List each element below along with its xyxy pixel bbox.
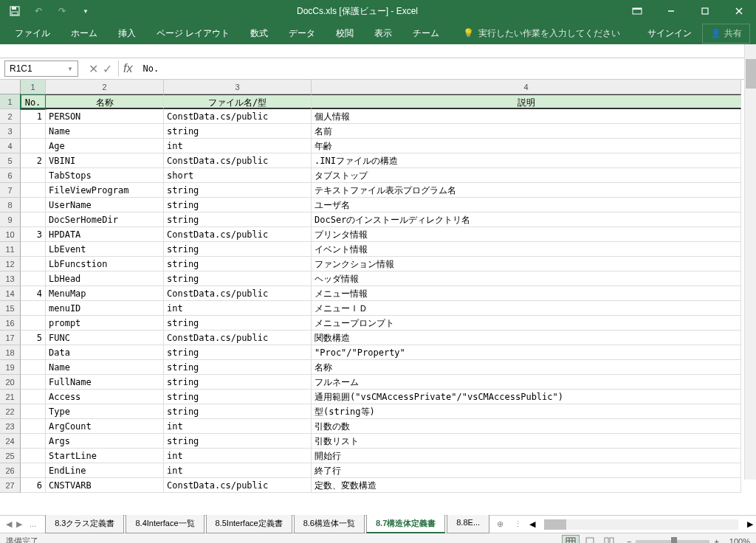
cell[interactable]: メニュープロンプト <box>312 316 741 331</box>
cell[interactable]: DocSerのインストールディレクトリ名 <box>312 212 741 227</box>
cell[interactable]: string <box>164 390 312 404</box>
cell[interactable]: 2 <box>21 153 46 168</box>
sheet-tab[interactable]: 8.3クラス定義書 <box>45 515 124 533</box>
cell[interactable]: ConstData.cs/public <box>164 153 312 168</box>
column-header[interactable]: 4 <box>312 80 741 94</box>
share-button[interactable]: 👤 共有 <box>702 24 750 44</box>
save-icon[interactable] <box>6 2 24 20</box>
cell[interactable]: 年齢 <box>312 139 741 153</box>
cell[interactable]: int <box>164 449 312 463</box>
cell[interactable]: string <box>164 345 312 360</box>
row-header[interactable]: 23 <box>0 419 21 434</box>
row-header[interactable]: 5 <box>0 153 21 168</box>
cell[interactable]: string <box>164 242 312 257</box>
cell[interactable]: 関数構造 <box>312 331 741 345</box>
cell[interactable] <box>21 183 46 198</box>
cell[interactable]: MenuMap <box>46 286 164 301</box>
cell[interactable] <box>21 139 46 153</box>
row-header[interactable]: 2 <box>0 109 21 124</box>
cell[interactable]: Name <box>46 124 164 139</box>
sheet-tab[interactable]: 8.8E... <box>447 515 489 533</box>
row-header[interactable]: 1 <box>0 94 21 109</box>
cell[interactable]: 引数リスト <box>312 434 741 449</box>
sheet-tab[interactable]: 8.5Interface定義書 <box>206 515 292 533</box>
column-header[interactable]: 2 <box>46 80 164 94</box>
cell[interactable]: ファンクション情報 <box>312 257 741 272</box>
cell[interactable]: string <box>164 198 312 212</box>
cell[interactable] <box>21 375 46 390</box>
cell[interactable]: Access <box>46 390 164 404</box>
name-box[interactable]: R1C1 ▼ <box>4 60 78 77</box>
cell[interactable] <box>21 360 46 375</box>
cell[interactable]: string <box>164 212 312 227</box>
row-header[interactable]: 20 <box>0 375 21 390</box>
cell[interactable]: int <box>164 419 312 434</box>
maximize-icon[interactable] <box>688 0 722 22</box>
tab-nav-prev-icon[interactable]: ◀ <box>6 519 12 529</box>
cell[interactable]: UserName <box>46 198 164 212</box>
signin-link[interactable]: サインイン <box>640 23 699 44</box>
cell[interactable]: ConstData.cs/public <box>164 286 312 301</box>
cell[interactable] <box>21 419 46 434</box>
cell[interactable]: string <box>164 404 312 419</box>
cell[interactable]: ConstData.cs/public <box>164 331 312 345</box>
cell[interactable]: Type <box>46 404 164 419</box>
select-all-corner[interactable] <box>0 80 21 94</box>
cell[interactable]: メニュー情報 <box>312 286 741 301</box>
cell[interactable]: 1 <box>21 109 46 124</box>
cell[interactable]: DocSerHomeDir <box>46 212 164 227</box>
cell[interactable] <box>21 168 46 183</box>
enter-formula-icon[interactable]: ✓ <box>103 62 112 76</box>
zoom-out-icon[interactable]: − <box>627 537 631 544</box>
add-sheet-icon[interactable]: ⊕ <box>491 519 509 529</box>
row-header[interactable]: 16 <box>0 316 21 331</box>
cell[interactable]: Data <box>46 345 164 360</box>
cell[interactable]: string <box>164 183 312 198</box>
scroll-left-icon[interactable]: ◀ <box>529 519 535 529</box>
row-header[interactable]: 14 <box>0 286 21 301</box>
cell[interactable]: ArgCount <box>46 419 164 434</box>
normal-view-icon[interactable] <box>562 535 580 544</box>
cell-header-name[interactable]: 名称 <box>46 94 164 109</box>
cell[interactable]: メニューＩＤ <box>312 301 741 316</box>
cell[interactable]: string <box>164 360 312 375</box>
cell[interactable] <box>21 404 46 419</box>
horizontal-scrollbar[interactable]: ◀ ▶ <box>526 519 756 530</box>
sheet-tab[interactable]: 8.4Interface一覧 <box>126 515 204 533</box>
cell[interactable]: string <box>164 316 312 331</box>
row-header[interactable]: 6 <box>0 168 21 183</box>
cell-header-no[interactable]: No. <box>21 94 46 109</box>
cell[interactable]: タブストップ <box>312 168 741 183</box>
cell[interactable] <box>21 449 46 463</box>
sheet-tab[interactable]: 8.7構造体定義書 <box>366 515 445 533</box>
cell[interactable]: 4 <box>21 286 46 301</box>
cell[interactable]: ConstData.cs/public <box>164 227 312 242</box>
cell[interactable]: LbHead <box>46 272 164 286</box>
cell[interactable]: int <box>164 463 312 478</box>
column-header[interactable]: 1 <box>21 80 46 94</box>
row-header[interactable]: 11 <box>0 242 21 257</box>
cell[interactable] <box>21 345 46 360</box>
ribbon-tab-3[interactable]: ページ レイアウト <box>148 23 238 44</box>
row-header[interactable]: 26 <box>0 463 21 478</box>
cell[interactable]: StartLine <box>46 449 164 463</box>
cell[interactable]: ユーザ名 <box>312 198 741 212</box>
row-header[interactable]: 18 <box>0 345 21 360</box>
cell[interactable]: int <box>164 301 312 316</box>
cell[interactable]: ConstData.cs/public <box>164 478 312 493</box>
cell[interactable]: string <box>164 257 312 272</box>
cell[interactable] <box>21 242 46 257</box>
cell[interactable]: 型(string等) <box>312 404 741 419</box>
cell[interactable]: string <box>164 375 312 390</box>
cell[interactable]: "Proc"/"Property" <box>312 345 741 360</box>
ribbon-tab-8[interactable]: チーム <box>404 23 448 44</box>
cell[interactable]: int <box>164 139 312 153</box>
ribbon-tab-6[interactable]: 校閲 <box>327 23 362 44</box>
row-header[interactable]: 10 <box>0 227 21 242</box>
cell[interactable]: 定数、変数構造 <box>312 478 741 493</box>
cell[interactable]: フルネーム <box>312 375 741 390</box>
cell[interactable]: EndLine <box>46 463 164 478</box>
cell[interactable] <box>21 463 46 478</box>
column-header[interactable]: 3 <box>164 80 312 94</box>
cell[interactable] <box>21 257 46 272</box>
